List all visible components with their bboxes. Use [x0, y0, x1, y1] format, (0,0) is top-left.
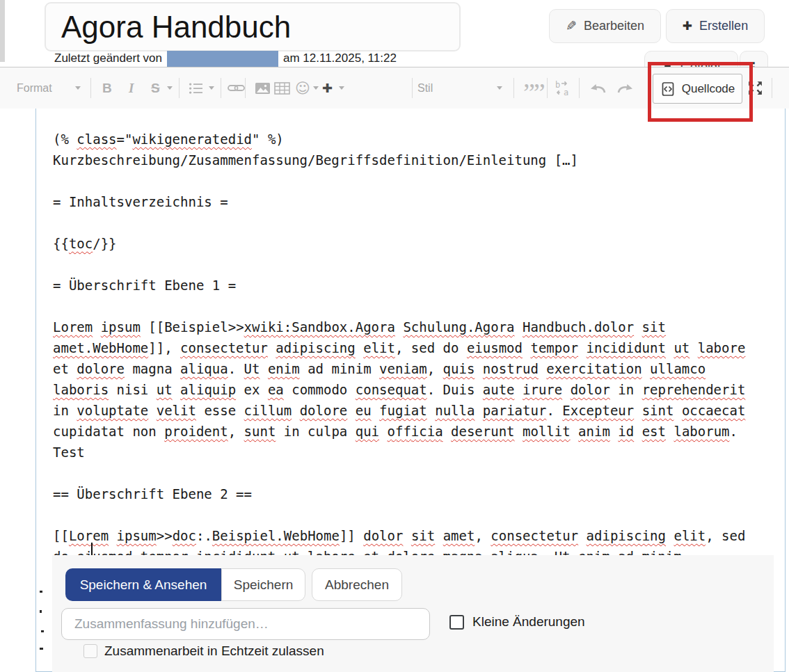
- realtime-collaboration-row: Zusammenarbeit in Echtzeit zulassen: [83, 643, 324, 659]
- caret-down-icon[interactable]: [313, 67, 319, 109]
- source-line: = Überschrift Ebene 1 =: [53, 275, 745, 296]
- last-modified-prefix: Zuletzt geändert von: [54, 51, 162, 65]
- caret-down-icon[interactable]: [339, 67, 344, 109]
- pencil-icon: ✎: [566, 18, 577, 34]
- image-button[interactable]: [255, 67, 271, 109]
- source-line: (% class="wikigeneratedid" %): [53, 129, 745, 150]
- text-transform-button[interactable]: b a: [554, 67, 572, 109]
- save-label: Speichern: [234, 577, 294, 593]
- realtime-collaboration-checkbox[interactable]: [83, 644, 97, 658]
- source-line: [53, 504, 745, 525]
- bullet-list-icon: [189, 82, 204, 95]
- source-line: in voluptate velit esse cillum dolore eu…: [53, 400, 745, 421]
- svg-text:a: a: [564, 88, 568, 97]
- toolbar-separator: [772, 78, 772, 98]
- source-line: [53, 254, 745, 275]
- source-code-button[interactable]: Quellcode: [653, 74, 742, 104]
- source-line: et dolore magna aliqua. Ut enim ad minim…: [53, 358, 745, 379]
- caret-down-icon: [75, 67, 81, 109]
- source-line: [53, 212, 745, 233]
- source-line: [53, 463, 745, 483]
- smiley-icon: ☺: [295, 80, 310, 97]
- source-line: Kurzbeschreibung/Zusammenfassung/Begriff…: [53, 150, 745, 170]
- blockquote-button[interactable]: ””: [523, 67, 544, 109]
- redacted-username: [167, 51, 278, 67]
- emoji-button[interactable]: ☺: [295, 67, 310, 109]
- page-title-field[interactable]: Agora Handbuch: [45, 2, 461, 51]
- page-title: Agora Handbuch: [61, 10, 291, 45]
- minor-changes-checkbox[interactable]: [449, 615, 464, 630]
- text-fragment: [41, 630, 44, 632]
- window-edge: [0, 0, 5, 62]
- edit-button-label: Bearbeiten: [584, 19, 644, 33]
- save-button[interactable]: Speichern: [221, 568, 305, 601]
- save-and-view-button[interactable]: Speichern & Ansehen: [65, 568, 221, 601]
- source-line: {{toc/}}: [53, 233, 745, 254]
- style-dropdown[interactable]: Stil: [417, 67, 433, 109]
- insert-more-button[interactable]: ✚: [322, 67, 333, 109]
- undo-icon: [589, 81, 607, 95]
- caret-down-icon[interactable]: [209, 67, 214, 109]
- fullscreen-button[interactable]: [747, 67, 764, 109]
- editor-toolbar: Format B I S: [0, 67, 789, 109]
- source-line: Test: [53, 442, 745, 463]
- last-modified-row: Zuletzt geändert von am 12.11.2025, 11:2…: [54, 50, 397, 67]
- source-code-button-label: Quellcode: [682, 82, 735, 96]
- bold-button[interactable]: B: [102, 67, 112, 109]
- bidi-icon: b a: [554, 80, 572, 97]
- redo-button[interactable]: [616, 67, 635, 109]
- toolbar-separator: [547, 78, 548, 98]
- create-button[interactable]: ✚ Erstellen: [666, 9, 765, 43]
- source-line: = Inhaltsverzeichnis =: [53, 191, 745, 212]
- plus-icon: ✚: [322, 81, 333, 96]
- strikethrough-icon: S: [151, 81, 160, 96]
- source-line: cupidatat non proident, sunt in culpa qu…: [53, 421, 745, 442]
- toolbar-separator: [221, 78, 221, 98]
- quote-icon: ””: [523, 86, 544, 99]
- save-and-view-label: Speichern & Ansehen: [80, 577, 207, 593]
- source-line: laboris nisi ut aliquip ex ea commodo co…: [53, 379, 745, 400]
- bullet-list-button[interactable]: [189, 67, 204, 109]
- source-line: Lorem ipsum [[Beispiel>>xwiki:Sandbox.Ag…: [53, 317, 745, 337]
- style-dropdown-label: Stil: [417, 82, 433, 95]
- text-fragment: [40, 648, 43, 650]
- source-line: == Überschrift Ebene 2 ==: [53, 483, 745, 504]
- svg-text:b: b: [555, 80, 560, 90]
- toolbar-separator: [412, 78, 413, 98]
- undo-button[interactable]: [589, 67, 607, 109]
- caret-down-icon: [497, 67, 502, 109]
- toolbar-separator: [513, 78, 514, 98]
- save-panel: Speichern & Ansehen Speichern Abbrechen …: [52, 555, 774, 672]
- toolbar-separator: [579, 78, 580, 98]
- source-line: [[Lorem ipsum>>doc:.Beispiel.WebHome]] d…: [53, 525, 745, 546]
- source-line: amet.WebHome]], consectetur adipiscing e…: [53, 337, 745, 358]
- redo-icon: [616, 81, 635, 95]
- source-code-icon: [660, 81, 676, 97]
- text-fragment: [40, 591, 42, 593]
- toolbar-separator: [179, 78, 180, 98]
- italic-icon: I: [129, 81, 134, 96]
- format-dropdown[interactable]: Format: [17, 67, 52, 109]
- page: Agora Handbuch ✎ Bearbeiten ✚ Erstellen …: [0, 0, 789, 672]
- edit-button[interactable]: ✎ Bearbeiten: [549, 9, 661, 43]
- minor-changes-row: Kleine Änderungen: [449, 614, 585, 630]
- caret-down-icon[interactable]: [167, 67, 173, 109]
- strikethrough-button[interactable]: S: [151, 67, 160, 109]
- toolbar-separator: [90, 78, 91, 98]
- summary-input[interactable]: [61, 608, 430, 640]
- link-button[interactable]: [228, 67, 245, 109]
- create-button-label: Erstellen: [699, 19, 748, 33]
- plus-icon: ✚: [683, 19, 692, 33]
- source-line: [53, 170, 745, 191]
- realtime-collaboration-label: Zusammenarbeit in Echtzeit zulassen: [104, 643, 324, 659]
- table-button[interactable]: [274, 67, 290, 109]
- cancel-button[interactable]: Abbrechen: [312, 568, 402, 601]
- source-line: [53, 296, 745, 317]
- format-dropdown-label: Format: [17, 82, 52, 95]
- italic-button[interactable]: I: [129, 67, 134, 109]
- fullscreen-icon: [747, 79, 764, 97]
- text-fragment: [40, 610, 42, 613]
- source-editor-content: (% class="wikigeneratedid" %)Kurzbeschre…: [53, 129, 745, 567]
- last-modified-suffix: am 12.11.2025, 11:22: [283, 51, 397, 65]
- image-icon: [255, 82, 271, 95]
